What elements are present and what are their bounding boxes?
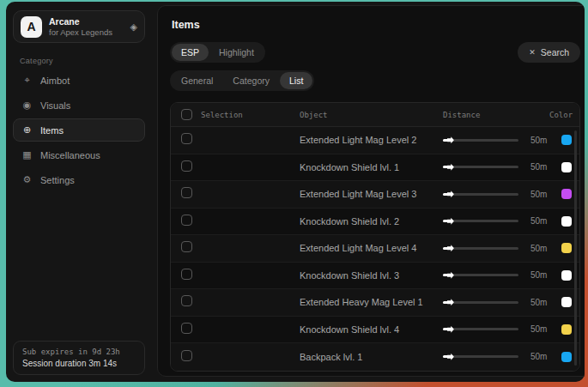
page-title: Items (172, 19, 580, 31)
search-button-label: Search (541, 47, 569, 57)
sidebar-item-aimbot[interactable]: ⌖ Aimbot (13, 69, 145, 92)
sidebar-item-settings[interactable]: ⚙ Settings (13, 168, 145, 191)
crosshair-icon: ⌖ (21, 75, 33, 86)
distance-value: 50m (530, 190, 547, 199)
items-table: Selection Object Distance Color Extended… (170, 102, 580, 372)
sidebar: A Arcane for Apex Legends ◈ Category ⌖ A… (6, 2, 152, 382)
color-swatch[interactable] (561, 352, 572, 362)
slider-handle[interactable] (447, 136, 454, 143)
sub-expiry-text: Sub expires in 9d 23h (22, 348, 136, 356)
object-label: Knockdown Shield lvl. 2 (300, 216, 399, 227)
table-row: Backpack lvl. 1 50m (171, 343, 579, 371)
sidebar-item-visuals[interactable]: ◉ Visuals (13, 94, 145, 117)
distance-value: 50m (530, 216, 547, 226)
session-duration-text: Session duration 3m 14s (22, 359, 136, 368)
x-icon: ✕ (529, 48, 536, 57)
row-checkbox[interactable] (181, 323, 192, 334)
search-button[interactable]: ✕ Search (518, 42, 580, 63)
table-header: Selection Object Distance Color (171, 103, 579, 127)
row-checkbox[interactable] (181, 241, 192, 252)
tab-list[interactable]: List (280, 72, 312, 89)
mode-tab-group: ESPHighlight (170, 42, 265, 63)
sidebar-item-miscellaneous[interactable]: ▦ Miscellaneous (13, 143, 145, 166)
distance-value: 50m (530, 298, 547, 307)
sidebar-nav: ⌖ Aimbot ◉ Visuals ⊕ Items ▦ Miscellaneo… (13, 69, 145, 191)
distance-slider[interactable] (443, 328, 518, 330)
row-checkbox[interactable] (181, 350, 192, 361)
distance-slider[interactable] (443, 274, 518, 276)
tab-general[interactable]: General (172, 72, 222, 89)
distance-slider[interactable] (443, 220, 518, 222)
distance-slider[interactable] (443, 166, 518, 168)
row-checkbox[interactable] (181, 269, 192, 280)
column-color: Color (549, 111, 579, 119)
distance-slider[interactable] (443, 355, 518, 358)
distance-slider[interactable] (443, 301, 518, 304)
object-label: Extended Light Mag Level 2 (300, 135, 416, 145)
distance-value: 50m (530, 352, 547, 361)
sidebar-item-items[interactable]: ⊕ Items (13, 118, 145, 142)
subscription-card: Sub expires in 9d 23h Session duration 3… (13, 341, 145, 375)
row-checkbox[interactable] (181, 133, 192, 144)
app-logo: A (21, 16, 42, 38)
table-row: Extended Heavy Mag Level 1 50m (171, 289, 579, 317)
slider-handle[interactable] (447, 354, 454, 360)
desktop-background: A Arcane for Apex Legends ◈ Category ⌖ A… (0, 0, 588, 387)
row-checkbox[interactable] (181, 295, 192, 306)
column-selection: Selection (201, 111, 243, 119)
eye-icon: ◉ (21, 100, 33, 111)
object-label: Extended Light Mag Level 3 (300, 189, 416, 199)
color-swatch[interactable] (561, 243, 572, 253)
target-icon: ⊕ (21, 124, 33, 136)
view-tab-group: GeneralCategoryList (170, 70, 314, 91)
object-label: Extended Heavy Mag Level 1 (300, 297, 423, 307)
color-swatch[interactable] (561, 162, 572, 172)
table-body: Extended Light Mag Level 2 50m Knockdown… (171, 127, 579, 371)
slider-handle[interactable] (447, 272, 454, 279)
object-label: Knockdown Shield lvl. 1 (300, 162, 399, 172)
slider-handle[interactable] (447, 299, 454, 305)
color-swatch[interactable] (561, 297, 572, 307)
table-row: Knockdown Shield lvl. 4 50m (171, 317, 579, 344)
distance-value: 50m (530, 136, 547, 145)
column-object: Object (300, 111, 443, 119)
table-row: Extended Light Mag Level 4 50m (171, 235, 579, 263)
slider-handle[interactable] (447, 218, 454, 225)
row-checkbox[interactable] (181, 215, 192, 226)
main-panel: Items ESPHighlight ✕ Search GeneralCateg… (157, 5, 585, 377)
object-label: Knockdown Shield lvl. 3 (300, 270, 399, 281)
table-scrollbar[interactable] (574, 130, 577, 366)
object-label: Extended Light Mag Level 4 (300, 243, 416, 253)
grid-icon: ▦ (21, 149, 33, 160)
distance-value: 50m (530, 324, 547, 334)
category-label: Category (20, 57, 145, 65)
color-swatch[interactable] (561, 270, 572, 281)
slider-handle[interactable] (447, 190, 454, 197)
table-row: Knockdown Shield lvl. 3 50m (171, 263, 579, 290)
color-swatch[interactable] (561, 189, 572, 199)
gear-icon: ⚙ (21, 174, 33, 185)
row-checkbox[interactable] (181, 160, 192, 172)
app-window: A Arcane for Apex Legends ◈ Category ⌖ A… (6, 2, 585, 382)
pin-icon[interactable]: ◈ (130, 21, 137, 33)
distance-slider[interactable] (443, 139, 518, 142)
app-subtitle: for Apex Legends (49, 27, 124, 38)
column-distance: Distance (443, 111, 549, 119)
object-label: Knockdown Shield lvl. 4 (300, 324, 399, 335)
color-swatch[interactable] (561, 216, 572, 227)
distance-slider[interactable] (443, 193, 518, 196)
row-checkbox[interactable] (181, 187, 192, 198)
tab-category[interactable]: Category (223, 72, 279, 89)
slider-handle[interactable] (447, 245, 454, 251)
slider-handle[interactable] (447, 164, 454, 171)
app-name: Arcane (49, 16, 124, 27)
color-swatch[interactable] (561, 324, 572, 335)
tab-esp[interactable]: ESP (172, 44, 209, 61)
color-swatch[interactable] (561, 135, 572, 145)
slider-handle[interactable] (447, 326, 454, 333)
tab-highlight[interactable]: Highlight (209, 44, 264, 61)
select-all-checkbox[interactable] (181, 109, 192, 120)
table-row: Knockdown Shield lvl. 2 50m (171, 209, 579, 236)
table-row: Extended Light Mag Level 3 50m (171, 181, 579, 209)
distance-slider[interactable] (443, 247, 518, 250)
